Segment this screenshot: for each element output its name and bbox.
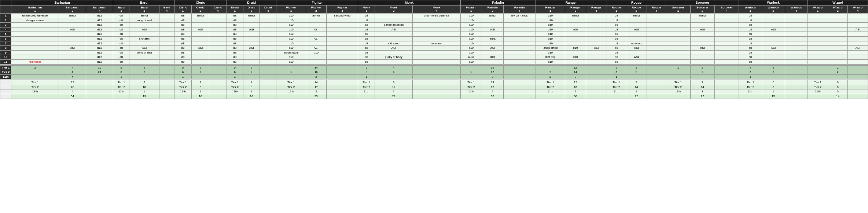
monk-col1: Monk1 [358,5,375,13]
cell-4-class8-col0: d8 [607,27,626,32]
tier-cell-7-2 [586,70,607,75]
summary-row-1: Tier 228Tier 210Tier 28Tier 28Tier 217Ti… [0,85,868,89]
cell-11-class2-col2 [209,59,227,64]
tier-cell-8-1: 2 [626,65,647,70]
level-col-header [0,5,11,13]
summary-cell-1-6-2 [503,85,536,89]
cell-2-class2-col1 [192,18,209,23]
cell-10-class3-col0: d8 [227,55,243,60]
cell-2-class3-col1 [243,18,260,23]
fighter-header: Fighter [276,0,358,5]
cell-10-class6-col1: d10 [482,55,504,60]
cell-3-class2-col0: d8 [174,23,192,27]
rogue-col1: Rogue1 [607,5,626,13]
fighter-col1: Fighter1 [276,5,306,13]
cell-4-class9-col2 [714,27,739,32]
cell-6-class7-col2 [586,36,607,41]
warlock-col1: Warlock1 [739,5,762,13]
tier-cell-0-0: 2 [11,65,59,70]
cell-2-class6-col2 [503,18,536,23]
cell-2-class2-col0: d8 [174,18,192,23]
cell-8-class7-col2: ASI [586,46,607,51]
cell-5-class2-col1 [192,32,209,37]
cell-3-class10-col1 [762,23,785,27]
cell-9-class5-col1 [375,50,413,55]
cell-8-class6-col1: ASI [482,46,504,51]
cell-5-class10-col1 [762,32,785,37]
tier-cell-3-2 [260,74,276,79]
summary-cell-0-8-0: Tier 1 [607,80,626,85]
cell-1-class8-col0: d8 [607,13,626,18]
cell-8-class11-col2: ASI [848,46,868,51]
cell-7-class4-col2 [326,41,358,46]
cell-5-class6-col1 [482,32,504,37]
cell-3-class8-col2 [647,23,666,27]
cell-6-class0-col0 [11,36,59,41]
cell-8-class5-col0: d8 [358,46,375,51]
summary-cell-0-7-0: Tier 1 [536,80,565,85]
tier-cell-9-0: 1 [666,65,690,70]
tier-cell-3-0: 1 [227,74,243,79]
tier-cell-8-1 [626,74,647,79]
cell-6-class1-col1: c.charm [129,36,159,41]
summary-cell-0-10-1: 6 [762,80,785,85]
summary-cell-0-11-1: 6 [828,80,847,85]
cell-8-class7-col0: lands stride [536,46,565,51]
class-headers-row: Barbarian Bard Cleric Druid Fighter Monk… [0,0,868,5]
cell-4-class2-col1: ASI [192,27,209,32]
summary-row-0: Tier 122Tier 18Tier 17Tier 17Tier 114Tie… [0,80,868,85]
cell-8-class8-col0: d8 [607,46,626,51]
cell-1-class5-col0: d8 [358,13,375,18]
cell-8-class3-col2 [260,46,276,51]
cell-1-class8-col2 [647,13,666,18]
tier-cell-3-0: 5 [227,65,243,70]
cell-7-class3-col0: d8 [227,41,243,46]
bard-header: Bard [113,0,174,5]
cell-3-class5-col2 [413,23,460,27]
cell-5-class7-col1 [565,32,586,37]
cell-8-class2-col2 [209,46,227,51]
cleric-col4: Cleric4 [209,5,227,13]
summary-cell-2-7-1: 2 [565,89,586,94]
summary-cell-3-2-0 [174,94,192,99]
summary-cell-3-0-2 [86,94,113,99]
cell-5-class6-col2 [503,32,536,37]
summary-cell-2-0-1: 4 [59,89,86,94]
warlock-header: Warlock [739,0,808,5]
summary-cell-1-0-1: 28 [59,85,86,89]
tier-cell-1-2 [159,74,174,79]
cell-7-class0-col0 [11,41,59,46]
tier-cell-6-2 [503,65,536,70]
row-number: 6 [0,36,11,41]
row-number: 10 [0,55,11,60]
tier-cell-8-0: 6 [607,70,626,75]
cell-1-class3-col2 [260,13,276,18]
cell-7-class10-col1 [762,41,785,46]
summary-cell-2-3-1: 1 [243,89,260,94]
cell-5-class5-col1 [375,32,413,37]
cell-3-class6-col1 [482,23,504,27]
cell-11-class1-col0: d8 [113,59,129,64]
tier-cell-11-2 [848,70,868,75]
summary-cell-0-9-1: 7 [690,80,714,85]
summary-cell-2-9-2 [714,89,739,94]
cell-4-class0-col2: d12 [86,27,113,32]
cell-6-class2-col1 [192,36,209,41]
cell-3-class5-col0: d8 [358,23,375,27]
cell-4-class10-col0: d8 [739,27,762,32]
summary-cell-2-10-1: 1 [762,89,785,94]
cell-11-class4-col0: d10 [276,59,306,64]
level-row-6: 6d12d8c.charmd8d8d10ASId8d10aurad10d8d8 [0,36,868,41]
cell-9-class2-col2 [209,50,227,55]
tier-cell-4-0 [276,65,306,70]
cell-3-class3-col0: d8 [227,23,243,27]
cell-11-class9-col2 [714,59,739,64]
cell-9-class7-col0: d10 [536,50,565,55]
cell-5-class8-col2 [647,32,666,37]
cell-2-class1-col2 [159,18,174,23]
summary-cell-1-9-2 [714,85,739,89]
summary-cell-0-2-0: Tier 1 [174,80,192,85]
cell-2-class8-col2 [647,18,666,23]
cell-11-class8-col1 [626,59,647,64]
tier-cell-6-1: 14 [482,65,504,70]
